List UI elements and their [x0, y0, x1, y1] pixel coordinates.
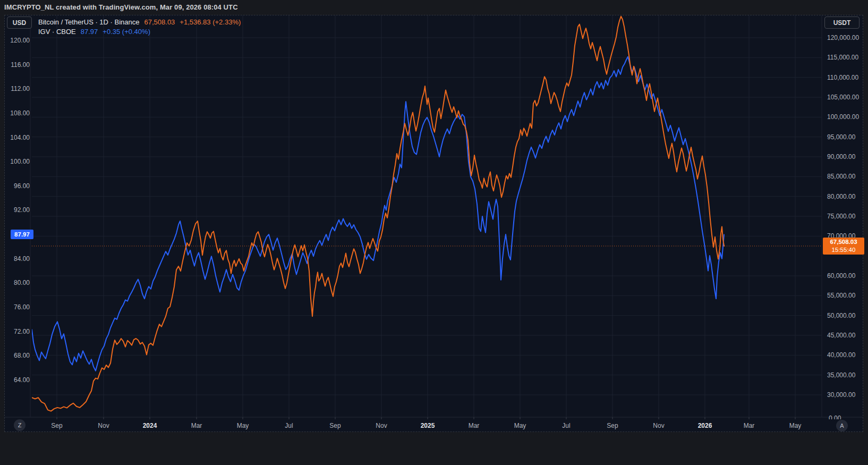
grid [32, 15, 822, 417]
right-axis-tick: 100,000.00 [827, 113, 859, 121]
left-price-scale[interactable]: 120.00116.00112.00108.00104.00100.0096.0… [0, 15, 32, 417]
left-axis-tick: 100.00 [8, 158, 30, 165]
time-axis-month-label: Jul [285, 422, 293, 429]
legend-igv-title[interactable]: IGV · CBOE [38, 28, 76, 36]
left-axis-tick: 72.00 [8, 328, 30, 335]
time-axis-month-label: Nov [653, 422, 664, 429]
right-axis-tick: 95,000.00 [827, 133, 855, 141]
left-unit-currency-button[interactable]: USD [7, 16, 32, 29]
time-axis-month-label: Nov [98, 422, 109, 429]
right-axis-tick: 50,000.00 [827, 312, 855, 319]
legend-btc-price: 67,508.03 [144, 18, 175, 26]
time-axis-year-label: 2024 [143, 422, 157, 429]
time-axis-month-label: May [514, 422, 526, 429]
right-axis-tick: 55,000.00 [827, 292, 855, 299]
corner-badge-z: Z [14, 419, 25, 431]
chart-canvas[interactable] [0, 0, 868, 465]
right-axis-tick: 30,000.00 [827, 391, 855, 399]
legend-igv-change: +0.35 (+0.40%) [103, 28, 150, 36]
left-axis-tick: 120.00 [8, 37, 30, 44]
btc-series-line[interactable] [32, 16, 724, 411]
right-axis-tick: 105,000.00 [827, 94, 859, 101]
time-axis-month-label: Nov [376, 422, 387, 429]
btc-last-price-badge: 67,508.03 15:55:40 [823, 238, 864, 255]
tradingview-chart-page: IMCRYPTO_NL created with TradingView.com… [0, 0, 868, 465]
time-axis-month-label: Jul [562, 422, 570, 429]
time-axis-year-label: 2026 [698, 422, 712, 429]
time-axis-month-label: Sep [607, 422, 618, 429]
time-axis-month-label: May [789, 422, 802, 429]
left-axis-tick: 96.00 [8, 182, 30, 190]
left-axis-tick: 64.00 [8, 376, 30, 384]
right-axis-tick: 75,000.00 [827, 213, 855, 220]
left-axis-tick: 84.00 [8, 255, 30, 263]
left-axis-tick: 116.00 [8, 61, 30, 69]
time-axis-month-label: May [237, 422, 249, 429]
igv-series-line[interactable] [32, 57, 724, 371]
right-axis-tick: 110,000.00 [827, 74, 858, 81]
time-axis-month-label: Mar [744, 422, 755, 429]
legend-btc-change: +1,536.83 (+2.33%) [180, 18, 241, 26]
right-price-scale[interactable]: 120,000.00115,000.00110,000.00105,000.00… [824, 15, 866, 419]
left-axis-tick: 108.00 [8, 109, 30, 117]
time-axis-month-label: Sep [51, 422, 62, 429]
legend-igv-price: 87.97 [81, 28, 98, 36]
time-axis-month-label: Sep [329, 422, 341, 429]
corner-badge-a: A [836, 420, 848, 432]
right-axis-tick: 80,000.00 [827, 193, 855, 200]
left-axis-tick: 68.00 [8, 352, 30, 359]
btc-countdown-timer: 15:55:40 [832, 246, 856, 254]
right-axis-tick: 35,000.00 [827, 371, 855, 379]
right-axis-tick: 85,000.00 [827, 173, 855, 180]
time-scale[interactable]: SepNov2024MarMayJulSepNov2025MarMayJulSe… [5, 417, 863, 432]
right-axis-tick: 45,000.00 [827, 332, 855, 339]
left-axis-tick: 80.00 [8, 279, 30, 286]
right-axis-tick: 40,000.00 [827, 351, 855, 359]
time-axis-month-label: Mar [191, 422, 202, 429]
left-axis-tick: 112.00 [8, 85, 30, 92]
left-axis-tick: 104.00 [8, 134, 30, 141]
right-unit-currency-button[interactable]: USDT [824, 16, 860, 29]
right-axis-tick: 60,000.00 [827, 272, 855, 280]
time-axis-month-label: Mar [469, 422, 480, 429]
right-axis-tick: 90,000.00 [827, 153, 855, 160]
left-axis-tick: 92.00 [8, 206, 30, 214]
time-axis-year-label: 2025 [421, 422, 435, 429]
legend-row-btc[interactable]: Bitcoin / TetherUS · 1D · Binance67,508.… [38, 18, 241, 26]
btc-last-price-value: 67,508.03 [830, 238, 857, 246]
right-axis-tick: 115,000.00 [827, 54, 858, 61]
left-axis-tick: 76.00 [8, 303, 30, 311]
igv-last-price-badge: 87.97 [11, 230, 33, 239]
right-axis-tick: 120,000.00 [827, 34, 859, 41]
legend-btc-title[interactable]: Bitcoin / TetherUS · 1D · Binance [38, 18, 140, 26]
legend-row-igv[interactable]: IGV · CBOE87.97+0.35 (+0.40%) [38, 28, 150, 36]
